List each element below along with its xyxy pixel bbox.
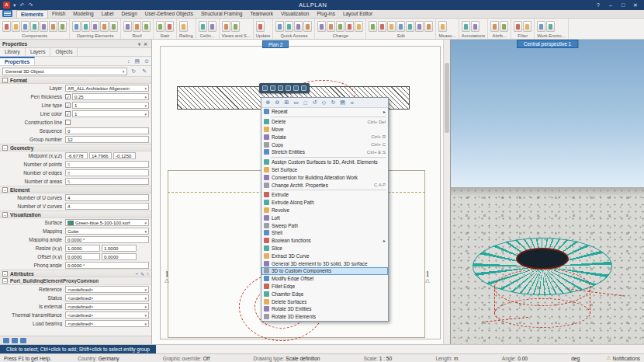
- ribbon-tab-teamwork[interactable]: Teamwork: [246, 10, 277, 18]
- favorites-icon[interactable]: [20, 338, 26, 343]
- ribbon-tab-layout-editor[interactable]: Layout Editor: [339, 10, 376, 18]
- zoom-out-icon[interactable]: ⊖: [274, 99, 281, 106]
- ribbon-tool-icon[interactable]: [537, 21, 545, 32]
- ribbon-tool-icon[interactable]: [424, 21, 433, 32]
- menu-item-delete-surfaces[interactable]: Delete Surfaces: [261, 298, 388, 305]
- ribbon-tool-icon[interactable]: [133, 21, 141, 32]
- value-box[interactable]: <undefined>▾: [65, 303, 149, 310]
- collapse-icon[interactable]: −: [2, 145, 8, 151]
- ribbon-tool-icon[interactable]: [285, 21, 293, 32]
- menu-item-3d-to-custom-components[interactable]: 3D to Custom Components: [261, 267, 388, 275]
- value-box[interactable]: 4: [65, 203, 149, 210]
- menu-item-shell[interactable]: Shell: [261, 229, 388, 237]
- section-header-element[interactable]: −Element: [0, 186, 151, 193]
- section-header-attributes[interactable]: −Attributes+✎↕: [0, 270, 151, 277]
- window-close-button[interactable]: ✕: [630, 2, 641, 9]
- ribbon-tool-icon[interactable]: [378, 21, 386, 32]
- rotate-icon[interactable]: [293, 85, 299, 91]
- menu-item-assign-custom-surfaces-to-3d-archit-elements[interactable]: Assign Custom Surfaces to 3D, Archit. El…: [261, 158, 388, 166]
- settings-icon[interactable]: ≡: [348, 100, 355, 106]
- menu-item-modify-edge-offset[interactable]: Modify Edge Offset: [261, 275, 388, 283]
- application-menu-icon[interactable]: [2, 10, 12, 17]
- menu-item-repeat[interactable]: Repeat▸: [261, 108, 388, 116]
- ribbon-tool-icon[interactable]: [21, 21, 29, 32]
- ribbon-tool-icon[interactable]: [256, 21, 265, 32]
- move-icon[interactable]: [286, 85, 291, 91]
- ribbon-tool-icon[interactable]: [462, 21, 470, 32]
- zoom-all-icon[interactable]: □: [302, 100, 309, 106]
- delete-icon[interactable]: [301, 85, 306, 91]
- menu-item-stretch-entities[interactable]: Stretch EntitiesCtrl+ E S: [261, 148, 388, 156]
- checkbox[interactable]: ✓: [65, 94, 71, 99]
- value-box[interactable]: 1▾: [72, 110, 149, 117]
- ribbon-tool-icon[interactable]: [156, 21, 164, 32]
- palette-close-icon[interactable]: ✕: [142, 41, 149, 47]
- ribbon-tab-plug-ins[interactable]: Plug-ins: [313, 10, 338, 18]
- ribbon-tool-icon[interactable]: [100, 21, 109, 32]
- menu-item-change-archit-properties[interactable]: Change Archit. PropertiesC A P: [261, 181, 388, 189]
- value-box[interactable]: <undefined>▾: [65, 286, 149, 293]
- value-box[interactable]: 0.25▾: [72, 93, 149, 100]
- ribbon-tool-icon[interactable]: [231, 21, 240, 32]
- menu-item-set-surface[interactable]: Set Surface: [261, 166, 388, 174]
- ribbon-tool-icon[interactable]: [275, 21, 284, 32]
- value-box[interactable]: 0.0000: [102, 253, 137, 260]
- ribbon-tool-icon[interactable]: [208, 21, 216, 32]
- ribbon-tool-icon[interactable]: [49, 21, 57, 32]
- ribbon-tool-icon[interactable]: [317, 21, 326, 32]
- ribbon-tool-icon[interactable]: [396, 21, 405, 32]
- ribbon-tab-visualization[interactable]: Visualization: [277, 10, 313, 18]
- section-header-format[interactable]: −Format: [0, 76, 151, 84]
- menu-item-conversion-for-building-alteration-work[interactable]: Conversion for Building Alteration Work: [261, 173, 388, 181]
- zoom-in-icon[interactable]: ⊕: [265, 99, 272, 106]
- paste-icon[interactable]: [278, 85, 283, 91]
- ribbon-tool-icon[interactable]: [109, 21, 118, 32]
- notifications-button[interactable]: ⚠ Notifications: [606, 355, 640, 361]
- ribbon-tool-icon[interactable]: [12, 21, 20, 32]
- ribbon-tool-icon[interactable]: [327, 21, 335, 32]
- collapse-icon[interactable]: −: [2, 212, 8, 218]
- menu-item-rotate[interactable]: RotateCtrl+ R: [261, 133, 388, 141]
- plan-view-tab[interactable]: Plan 2: [262, 40, 289, 48]
- menu-item-move[interactable]: Move: [261, 126, 388, 134]
- checkbox[interactable]: ✓: [65, 103, 71, 108]
- tools-icon[interactable]: [3, 338, 9, 343]
- ribbon-tab-modeling[interactable]: Modeling: [69, 10, 97, 18]
- scrollbar-thumb[interactable]: [445, 63, 449, 133]
- refresh-icon[interactable]: ↻: [129, 68, 138, 75]
- ribbon-tab-user-defined-objects[interactable]: User-Defined Objects: [141, 10, 197, 18]
- edit-icon[interactable]: ✎: [140, 68, 149, 75]
- ribbon-tool-icon[interactable]: [165, 21, 174, 32]
- menu-item-rotate-3d-elements[interactable]: Rotate 3D Elements: [261, 313, 388, 321]
- menu-item-revolve[interactable]: Revolve: [261, 207, 388, 214]
- ribbon-tab-finish[interactable]: Finish: [48, 10, 69, 18]
- menu-item-sweep-path[interactable]: Sweep Path: [261, 221, 388, 229]
- palette-tab-layers[interactable]: Layers: [26, 48, 51, 56]
- previous-view-icon[interactable]: ↺: [311, 99, 318, 106]
- pan-icon[interactable]: ⊞: [283, 99, 290, 106]
- ribbon-tool-icon[interactable]: [546, 21, 555, 32]
- ribbon-tab-design[interactable]: Design: [118, 10, 141, 18]
- ribbon-tool-icon[interactable]: [369, 21, 377, 32]
- value-box[interactable]: AR_ALL Architektur Allgemein▾: [65, 85, 149, 92]
- canvas-vertical-scrollbar[interactable]: [443, 40, 450, 344]
- ribbon-tool-icon[interactable]: [30, 21, 39, 32]
- ribbon-tool-icon[interactable]: [345, 21, 354, 32]
- value-box[interactable]: <undefined>▾: [65, 312, 149, 318]
- value-box[interactable]: Green-blue 5-100-100.surf▾: [65, 219, 149, 226]
- perspective-viewport[interactable]: Central perspective 1: [450, 40, 644, 344]
- value-box[interactable]: 0.0000 °: [65, 262, 149, 269]
- wizard-icon[interactable]: [12, 338, 18, 343]
- ribbon-tool-icon[interactable]: [142, 21, 151, 32]
- ribbon-tool-icon[interactable]: [123, 21, 132, 32]
- window-minimize-button[interactable]: –: [605, 2, 616, 9]
- ribbon-tool-icon[interactable]: [355, 21, 363, 32]
- section-header-visualization[interactable]: −Visualization: [0, 211, 151, 218]
- ribbon-tool-icon[interactable]: [2, 21, 11, 32]
- menu-item-extract-3d-curve[interactable]: Extract 3D Curve: [261, 252, 388, 259]
- ribbon-tool-icon[interactable]: [514, 21, 522, 32]
- menu-item-loft[interactable]: Loft: [261, 214, 388, 221]
- ribbon-tool-icon[interactable]: [471, 21, 480, 32]
- menu-item-extrude-along-path[interactable]: Extrude Along Path: [261, 199, 388, 207]
- value-box[interactable]: 1.0000: [65, 245, 100, 252]
